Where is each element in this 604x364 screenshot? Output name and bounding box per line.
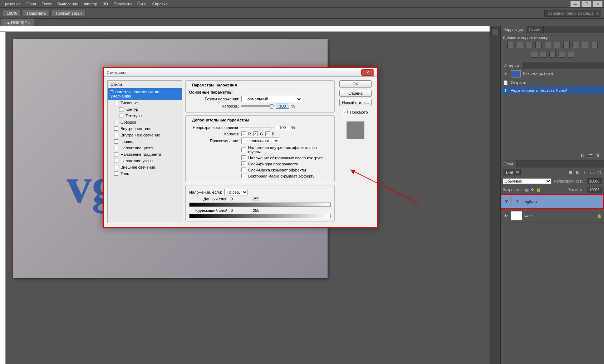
style-item[interactable]: Наложение градиента [108, 151, 182, 158]
channel-mixer-icon[interactable] [582, 42, 588, 48]
lock-all-icon[interactable]: 🔒 [536, 188, 541, 192]
menu-item[interactable]: 3D [100, 1, 111, 7]
selective-color-icon[interactable] [568, 51, 574, 58]
checkbox[interactable] [119, 107, 123, 111]
underlying-gradient[interactable] [189, 214, 331, 218]
tab-correction[interactable]: Коррекция [501, 26, 526, 33]
checkbox[interactable] [114, 126, 118, 131]
opacity-input[interactable]: 100 [276, 104, 289, 109]
ok-button[interactable]: OK [339, 80, 372, 88]
workspace-dropdown[interactable]: Основная рабочая среда [544, 10, 601, 17]
fit-button[interactable]: Подогнать [23, 10, 50, 17]
menu-item[interactable]: Просмотр [111, 1, 134, 7]
visibility-icon[interactable]: 👁 [503, 214, 509, 218]
history-item[interactable]: 📄 Открыть [501, 79, 604, 86]
minimize-button[interactable]: — [570, 1, 580, 7]
style-item[interactable]: Текстура [108, 113, 182, 119]
opacity-value[interactable]: 100% [587, 178, 602, 184]
style-item-selected[interactable]: Параметры наложения: по умолчанию [108, 88, 182, 100]
layer-row[interactable]: 👁 T vgtk.ru [501, 194, 604, 209]
checkbox[interactable] [114, 159, 118, 163]
new-style-button[interactable]: Новый стиль... [339, 99, 372, 106]
filter-adjust-icon[interactable]: ◐ [575, 169, 580, 175]
tab-layers[interactable]: Слои [501, 160, 516, 168]
close-button[interactable]: ✕ [593, 1, 603, 7]
brightness-icon[interactable] [507, 42, 514, 48]
blend-mode-select[interactable]: Нормальный [241, 96, 302, 102]
styles-header[interactable]: Стили [108, 81, 182, 88]
style-item[interactable]: Тиснение [108, 100, 182, 106]
style-item[interactable]: Наложение узора [108, 158, 182, 164]
cb-layer-mask-hides[interactable] [241, 168, 246, 172]
style-item[interactable]: Контур [108, 106, 182, 113]
menu-item[interactable]: Справка [149, 1, 171, 7]
collapsed-panel-icon[interactable] [491, 28, 499, 35]
tab-styles[interactable]: Стили [526, 26, 544, 33]
menu-item[interactable]: Фильтр [81, 1, 100, 7]
lock-position-icon[interactable]: ✥ [531, 188, 534, 192]
maximize-button[interactable]: ❐ [581, 1, 591, 7]
channel-b-checkbox[interactable] [265, 131, 270, 136]
curves-icon[interactable] [526, 42, 532, 48]
layer-filter-kind[interactable]: Вид [503, 169, 521, 175]
dialog-titlebar[interactable]: Стиль слоя ✕ [104, 68, 377, 77]
new-snapshot-icon[interactable]: ◧ [580, 153, 586, 159]
filter-image-icon[interactable]: ▦ [568, 169, 573, 175]
checkbox[interactable] [114, 101, 118, 105]
fill-opacity-input[interactable]: 100 [276, 125, 289, 130]
blend-mode-select[interactable]: Обычные [503, 178, 551, 184]
checkbox[interactable] [114, 120, 118, 124]
visibility-icon[interactable]: 👁 [504, 199, 509, 204]
layer-row[interactable]: 👁 Фон 🔒 [501, 209, 604, 223]
channel-r-checkbox[interactable] [241, 131, 246, 136]
threshold-icon[interactable] [549, 51, 556, 58]
fill-opacity-slider[interactable] [241, 127, 274, 128]
channel-g-checkbox[interactable] [253, 131, 258, 136]
menu-item[interactable]: Окно [134, 1, 149, 7]
levels-icon[interactable] [517, 42, 523, 48]
fullscreen-button[interactable]: Полный экран [52, 10, 85, 17]
cb-vector-mask-hides[interactable] [241, 174, 246, 178]
trash-icon[interactable]: 🗑 [596, 153, 602, 159]
posterize-icon[interactable] [540, 51, 546, 58]
knockout-select[interactable]: Не показывать [241, 138, 279, 144]
menu-item[interactable]: Слои [24, 1, 39, 7]
style-item[interactable]: Глянец [108, 138, 182, 145]
color-lookup-icon[interactable] [591, 42, 598, 48]
opacity-slider[interactable] [241, 105, 274, 107]
document-tab[interactable]: .ru, RGB/8) * × [1, 19, 34, 26]
lock-pixels-icon[interactable]: ▦ [525, 188, 529, 192]
style-item[interactable]: Внутренняя тень [108, 125, 182, 132]
bw-icon[interactable] [563, 42, 570, 48]
vibrance-icon[interactable] [545, 42, 551, 48]
zoom-select[interactable]: 100% [3, 10, 21, 17]
checkbox[interactable] [114, 171, 118, 176]
blendif-select[interactable]: Гр.сер. [224, 189, 248, 195]
checkbox[interactable] [114, 146, 118, 150]
exposure-icon[interactable] [535, 42, 542, 48]
gradient-map-icon[interactable] [559, 51, 565, 58]
style-item[interactable]: Наложение цвета [108, 145, 182, 151]
tab-history[interactable]: История [501, 62, 522, 69]
history-snapshot[interactable]: ✎ Без имени-1.psd [501, 69, 604, 79]
camera-icon[interactable]: 📷 [588, 153, 594, 159]
menu-item[interactable]: ражение [2, 1, 24, 7]
hue-icon[interactable] [554, 42, 560, 48]
close-tab-icon[interactable]: × [28, 20, 30, 25]
style-item[interactable]: Внутреннее свечение [108, 132, 182, 138]
cb-transparency-shapes[interactable] [241, 161, 246, 166]
filter-shape-icon[interactable]: ▭ [589, 169, 595, 175]
checkbox[interactable] [119, 114, 123, 118]
dialog-close-button[interactable]: ✕ [361, 69, 374, 76]
checkbox[interactable] [114, 165, 118, 169]
photo-filter-icon[interactable] [573, 42, 579, 48]
cancel-button[interactable]: Отмена [339, 90, 372, 97]
style-item[interactable]: Обводка [108, 119, 182, 125]
filter-smart-icon[interactable]: ◫ [596, 169, 602, 175]
preview-checkbox[interactable] [343, 110, 348, 114]
style-item[interactable]: Тень [108, 170, 182, 177]
cb-inner-effects[interactable] [241, 148, 246, 152]
this-layer-gradient[interactable] [189, 203, 331, 207]
menu-item[interactable]: Текст [39, 1, 55, 7]
checkbox[interactable] [114, 152, 118, 156]
